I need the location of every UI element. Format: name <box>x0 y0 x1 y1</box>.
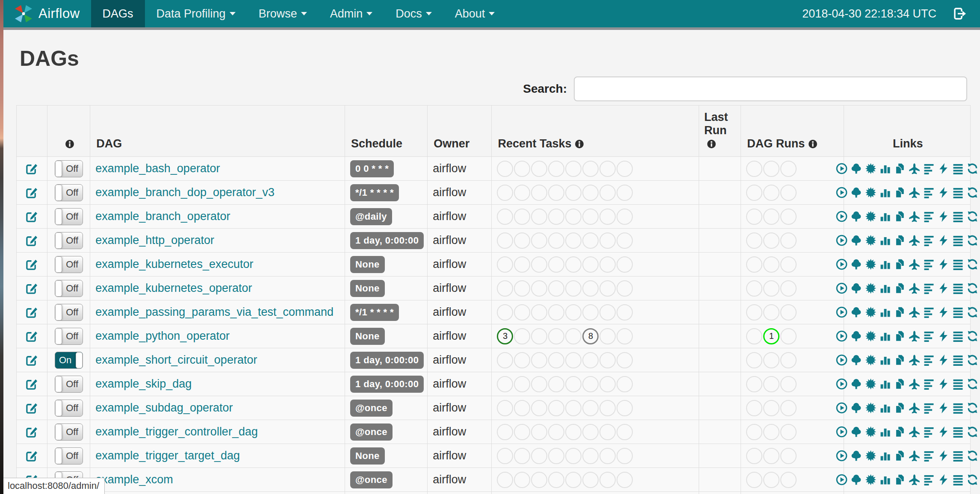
task-tries-icon[interactable] <box>894 163 906 174</box>
task-state-circle[interactable] <box>599 448 616 464</box>
dag-run-circle[interactable] <box>746 472 762 488</box>
refresh-icon[interactable] <box>967 259 978 270</box>
landing-times-icon[interactable] <box>909 163 920 174</box>
dag-link[interactable]: example_branch_dop_operator_v3 <box>95 186 275 199</box>
trigger-icon[interactable] <box>836 211 847 222</box>
task-state-circle[interactable] <box>531 232 547 249</box>
trigger-icon[interactable] <box>836 378 847 390</box>
edit-dag-icon[interactable] <box>25 282 38 295</box>
tree-view-icon[interactable] <box>850 330 862 342</box>
task-state-circle[interactable] <box>497 400 513 416</box>
task-state-circle[interactable] <box>531 352 547 368</box>
refresh-icon[interactable] <box>967 282 978 294</box>
refresh-icon[interactable] <box>967 426 978 438</box>
task-state-circle[interactable] <box>599 424 616 440</box>
landing-times-icon[interactable] <box>909 187 920 198</box>
dag-run-circle[interactable] <box>763 185 779 201</box>
task-state-circle[interactable] <box>548 376 564 392</box>
task-state-circle[interactable] <box>617 352 633 368</box>
task-state-circle[interactable] <box>531 400 547 416</box>
task-duration-icon[interactable] <box>880 426 891 438</box>
trigger-icon[interactable] <box>836 354 847 366</box>
task-state-circle[interactable] <box>497 352 513 368</box>
task-state-circle[interactable] <box>599 472 616 488</box>
dag-toggle[interactable]: Off <box>55 208 83 225</box>
task-state-circle[interactable] <box>617 161 633 177</box>
tree-view-icon[interactable] <box>850 354 862 366</box>
task-state-circle[interactable] <box>548 304 564 321</box>
dag-run-circle[interactable] <box>763 352 779 368</box>
task-state-circle[interactable] <box>548 256 564 273</box>
gantt-icon[interactable] <box>923 306 935 318</box>
tree-view-icon[interactable] <box>850 474 862 485</box>
task-state-circle[interactable] <box>531 448 547 464</box>
graph-view-icon[interactable] <box>865 259 877 270</box>
task-state-circle[interactable] <box>599 304 616 321</box>
dag-run-circle[interactable] <box>746 448 762 464</box>
task-state-circle[interactable] <box>582 472 599 488</box>
task-state-circle[interactable] <box>531 376 547 392</box>
task-state-circle[interactable] <box>514 185 530 201</box>
dag-link[interactable]: example_trigger_controller_dag <box>95 425 258 438</box>
trigger-icon[interactable] <box>836 259 847 270</box>
task-state-circle[interactable] <box>565 256 582 273</box>
trigger-icon[interactable] <box>836 402 847 414</box>
dag-run-circle[interactable] <box>763 209 779 225</box>
dag-link[interactable]: example_kubernetes_executor <box>95 258 253 271</box>
trigger-icon[interactable] <box>836 282 847 294</box>
graph-view-icon[interactable] <box>865 163 877 174</box>
task-state-circle[interactable] <box>531 304 547 321</box>
task-state-circle[interactable] <box>565 448 582 464</box>
code-icon[interactable] <box>938 330 949 342</box>
refresh-icon[interactable] <box>967 354 978 366</box>
task-state-circle[interactable] <box>531 185 547 201</box>
landing-times-icon[interactable] <box>909 450 920 462</box>
navbar-brand[interactable]: Airflow <box>3 0 91 27</box>
task-tries-icon[interactable] <box>894 187 906 198</box>
task-duration-icon[interactable] <box>880 354 891 366</box>
task-state-circle[interactable] <box>531 256 547 273</box>
task-state-circle[interactable] <box>514 161 530 177</box>
code-icon[interactable] <box>938 306 949 318</box>
gantt-icon[interactable] <box>923 402 935 414</box>
dag-run-circle[interactable] <box>780 304 797 321</box>
landing-times-icon[interactable] <box>909 402 920 414</box>
task-state-circle[interactable] <box>582 185 599 201</box>
tree-view-icon[interactable] <box>850 211 862 222</box>
task-state-circle[interactable] <box>497 280 513 297</box>
logs-icon[interactable] <box>952 378 964 390</box>
logs-icon[interactable] <box>952 211 964 222</box>
dag-link[interactable]: example_short_circuit_operator <box>95 353 257 366</box>
task-state-circle[interactable] <box>599 209 616 225</box>
dag-run-circle[interactable] <box>780 280 797 297</box>
landing-times-icon[interactable] <box>909 474 920 485</box>
task-state-circle[interactable] <box>514 400 530 416</box>
dag-run-circle[interactable] <box>746 232 762 249</box>
dag-link[interactable]: example_passing_params_via_test_command <box>95 306 334 318</box>
dag-link[interactable]: example_subdag_operator <box>95 401 233 414</box>
logs-icon[interactable] <box>952 306 964 318</box>
edit-dag-icon[interactable] <box>25 234 38 247</box>
dag-run-circle[interactable] <box>746 280 762 297</box>
dag-run-circle[interactable] <box>763 400 779 416</box>
graph-view-icon[interactable] <box>865 187 877 198</box>
dag-run-circle[interactable] <box>763 256 779 273</box>
task-state-circle[interactable] <box>497 424 513 440</box>
task-state-circle[interactable] <box>531 424 547 440</box>
task-state-circle[interactable] <box>548 448 564 464</box>
tree-view-icon[interactable] <box>850 187 862 198</box>
dag-run-circle[interactable] <box>746 209 762 225</box>
task-state-circle[interactable] <box>514 256 530 273</box>
dag-run-circle[interactable] <box>780 328 797 344</box>
landing-times-icon[interactable] <box>909 378 920 390</box>
task-duration-icon[interactable] <box>880 282 891 294</box>
task-state-circle[interactable] <box>582 232 599 249</box>
code-icon[interactable] <box>938 402 949 414</box>
gantt-icon[interactable] <box>923 187 935 198</box>
gantt-icon[interactable] <box>923 163 935 174</box>
task-state-circle[interactable] <box>548 328 564 344</box>
task-state-circle[interactable] <box>497 376 513 392</box>
task-state-circle[interactable] <box>548 280 564 297</box>
edit-dag-icon[interactable] <box>25 377 38 391</box>
task-state-circle[interactable] <box>497 256 513 273</box>
